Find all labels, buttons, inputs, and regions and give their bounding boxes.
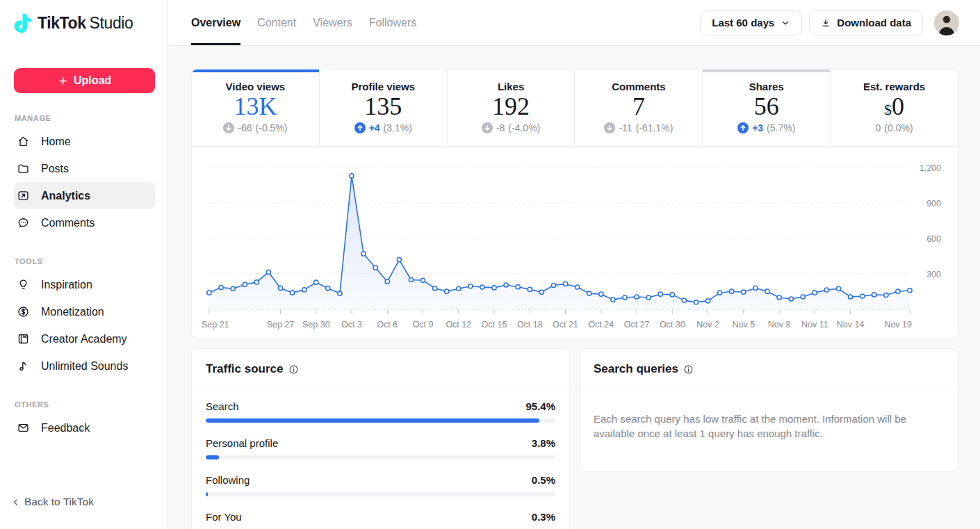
traffic-percent: 95.4% bbox=[525, 400, 555, 412]
stat-delta: -8(-4.0%) bbox=[482, 122, 540, 133]
traffic-row-search: Search95.4% bbox=[206, 400, 555, 423]
svg-text:Oct 21: Oct 21 bbox=[553, 320, 578, 329]
sidebar-item-label: Creator Academy bbox=[41, 333, 127, 345]
top-bar: OverviewContentViewersFollowers Last 60 … bbox=[168, 0, 980, 46]
traffic-label: For You bbox=[206, 511, 242, 523]
stat-card-comments[interactable]: Comments7-11(-61.1%) bbox=[574, 70, 702, 146]
sidebar-section-manage: MANAGE bbox=[15, 114, 155, 122]
svg-text:Oct 18: Oct 18 bbox=[517, 320, 543, 329]
svg-text:Oct 12: Oct 12 bbox=[446, 320, 471, 329]
tiktok-logo-icon bbox=[14, 13, 32, 33]
header-tabs: OverviewContentViewersFollowers bbox=[191, 0, 433, 45]
tab-viewers[interactable]: Viewers bbox=[313, 0, 352, 45]
tab-content[interactable]: Content bbox=[257, 0, 296, 45]
sidebar-item-analytics[interactable]: Analytics bbox=[14, 182, 155, 209]
tiktok-studio-logo[interactable]: TikTokStudio bbox=[0, 0, 168, 46]
topbar-actions: Last 60 days Download data bbox=[700, 10, 959, 35]
sidebar-item-home[interactable]: Home bbox=[14, 128, 155, 155]
feedback-icon bbox=[17, 421, 30, 434]
info-icon[interactable] bbox=[288, 364, 299, 375]
traffic-percent: 0.3% bbox=[532, 511, 555, 523]
svg-text:Nov 2: Nov 2 bbox=[696, 320, 719, 329]
svg-text:900: 900 bbox=[926, 199, 941, 209]
sidebar-item-label: Feedback bbox=[41, 422, 90, 434]
stat-card-profile-views[interactable]: Profile views135+4(3.1%) bbox=[319, 70, 447, 146]
stat-delta: +4(3.1%) bbox=[354, 122, 412, 133]
date-range-button[interactable]: Last 60 days bbox=[700, 10, 802, 35]
stat-value: 135 bbox=[364, 93, 402, 120]
sidebar-item-monetization[interactable]: Monetization bbox=[14, 298, 155, 325]
stat-delta: 0(0.0%) bbox=[876, 122, 913, 133]
back-to-tiktok-link[interactable]: Back to TikTok bbox=[0, 496, 168, 529]
sidebar-item-label: Home bbox=[41, 136, 71, 148]
svg-text:Sep 27: Sep 27 bbox=[267, 320, 295, 329]
sidebar-item-inspiration[interactable]: Inspiration bbox=[14, 271, 155, 298]
svg-text:Sep 30: Sep 30 bbox=[302, 320, 330, 329]
stat-label: Comments bbox=[612, 81, 666, 92]
chevron-down-icon bbox=[781, 18, 790, 28]
search-queries-panel: Search queries Each search query has low… bbox=[579, 348, 958, 472]
stat-delta: -66(-0.5%) bbox=[223, 122, 287, 133]
stat-label: Likes bbox=[498, 81, 524, 92]
svg-text:Oct 15: Oct 15 bbox=[482, 320, 507, 329]
monetization-icon bbox=[17, 305, 30, 318]
stat-value: $0 bbox=[884, 93, 904, 120]
tab-overview[interactable]: Overview bbox=[191, 0, 240, 45]
stat-card-indicator bbox=[320, 70, 447, 72]
views-trend-chart: 1,200900600300Sep 21Sep 27Sep 30Oct 3Oct… bbox=[192, 147, 958, 339]
arrow-down-circle-icon bbox=[604, 122, 615, 133]
sidebar-item-label: Analytics bbox=[41, 190, 90, 202]
tiktok-studio-app: TikTokStudio Upload MANAGEHomePostsAnaly… bbox=[0, 0, 980, 529]
back-label: Back to TikTok bbox=[24, 496, 94, 508]
sidebar: TikTokStudio Upload MANAGEHomePostsAnaly… bbox=[0, 0, 168, 529]
bottom-panels: Traffic source Search95.4%Personal profi… bbox=[191, 348, 958, 529]
svg-text:300: 300 bbox=[926, 270, 941, 279]
svg-text:Nov 5: Nov 5 bbox=[732, 320, 755, 329]
traffic-row-personal-profile: Personal profile3.8% bbox=[206, 437, 555, 459]
stat-delta: -11(-61.1%) bbox=[604, 122, 673, 133]
avatar[interactable] bbox=[934, 10, 959, 35]
sidebar-item-feedback[interactable]: Feedback bbox=[14, 414, 155, 441]
stat-delta: +3(5.7%) bbox=[737, 122, 795, 133]
upload-button[interactable]: Upload bbox=[14, 68, 155, 93]
svg-text:Oct 9: Oct 9 bbox=[413, 320, 434, 329]
sidebar-item-posts[interactable]: Posts bbox=[14, 155, 155, 182]
sidebar-nav: MANAGEHomePostsAnalyticsCommentsTOOLSIns… bbox=[0, 93, 168, 441]
svg-text:Oct 3: Oct 3 bbox=[341, 320, 362, 329]
arrow-down-circle-icon bbox=[223, 122, 234, 133]
tab-followers[interactable]: Followers bbox=[369, 0, 416, 45]
search-queries-header: Search queries bbox=[580, 349, 958, 389]
svg-text:Nov 8: Nov 8 bbox=[768, 320, 791, 329]
stat-value: 7 bbox=[632, 93, 645, 120]
traffic-bar-track bbox=[206, 455, 555, 459]
download-data-button[interactable]: Download data bbox=[809, 10, 923, 35]
stat-card-video-views[interactable]: Video views13K-66(-0.5%) bbox=[192, 70, 319, 146]
traffic-source-panel: Traffic source Search95.4%Personal profi… bbox=[191, 348, 570, 529]
stat-card-est-rewards[interactable]: Est. rewards$00(0.0%) bbox=[830, 70, 958, 146]
main-area: OverviewContentViewersFollowers Last 60 … bbox=[168, 0, 980, 529]
traffic-row-for-you: For You0.3% bbox=[206, 511, 555, 529]
stat-value: 56 bbox=[754, 93, 779, 120]
traffic-label: Following bbox=[206, 474, 250, 486]
stat-cards-row: Video views13K-66(-0.5%)Profile views135… bbox=[192, 70, 958, 147]
sidebar-item-creator-academy[interactable]: Creator Academy bbox=[14, 325, 155, 352]
posts-icon bbox=[17, 162, 30, 175]
upload-label: Upload bbox=[74, 74, 111, 87]
info-icon[interactable] bbox=[683, 364, 694, 375]
stat-card-indicator bbox=[703, 70, 830, 72]
stat-card-shares[interactable]: Shares56+3(5.7%) bbox=[702, 70, 830, 146]
stat-value: 13K bbox=[234, 93, 277, 120]
logo-text: TikTokStudio bbox=[38, 14, 133, 33]
sidebar-item-label: Unlimited Sounds bbox=[41, 360, 128, 373]
stat-card-likes[interactable]: Likes192-8(-4.0%) bbox=[447, 70, 575, 146]
sidebar-item-label: Posts bbox=[41, 163, 69, 175]
arrow-up-circle-icon bbox=[737, 122, 749, 133]
stat-card-indicator bbox=[192, 70, 319, 72]
sidebar-item-comments[interactable]: Comments bbox=[14, 209, 155, 236]
svg-text:Nov 11: Nov 11 bbox=[801, 320, 828, 329]
sidebar-item-unlimited-sounds[interactable]: Unlimited Sounds bbox=[14, 352, 155, 380]
overview-panel: Video views13K-66(-0.5%)Profile views135… bbox=[191, 69, 958, 339]
svg-text:Oct 27: Oct 27 bbox=[624, 320, 650, 329]
date-range-label: Last 60 days bbox=[712, 17, 774, 29]
traffic-label: Search bbox=[206, 400, 239, 412]
